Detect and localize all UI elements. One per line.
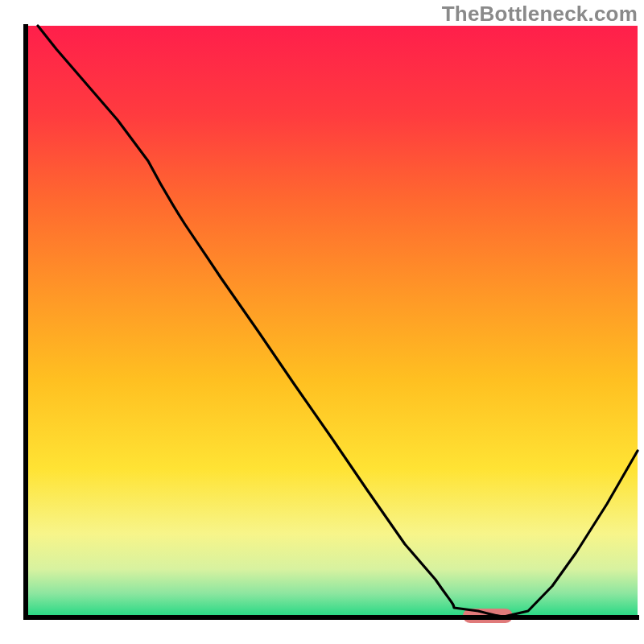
gradient-background (26, 26, 638, 617)
bottleneck-chart (0, 0, 644, 644)
watermark-text: TheBottleneck.com (442, 2, 638, 27)
chart-container: TheBottleneck.com (0, 0, 644, 644)
plot-area (24, 24, 639, 623)
